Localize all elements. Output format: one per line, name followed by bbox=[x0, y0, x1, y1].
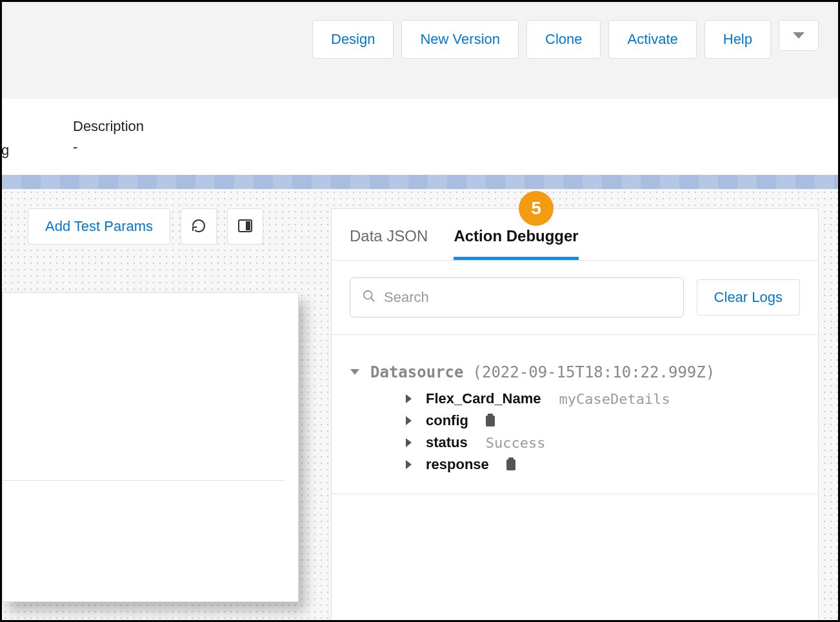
svg-rect-4 bbox=[486, 416, 495, 426]
caret-right-icon bbox=[405, 437, 417, 448]
more-dropdown-button[interactable] bbox=[779, 20, 819, 51]
panel-tabs: Data JSON Action Debugger bbox=[332, 209, 818, 261]
clipped-text-fragment: g bbox=[1, 142, 9, 159]
card-divider bbox=[3, 480, 285, 481]
panel-icon bbox=[238, 219, 252, 234]
debugger-panel: 5 Data JSON Action Debugger Clear Logs bbox=[331, 208, 819, 622]
tree-value: Success bbox=[477, 435, 546, 451]
caret-right-icon bbox=[405, 416, 417, 426]
canvas-left-toolbar: Add Test Params bbox=[28, 208, 318, 245]
callout-badge-5: 5 bbox=[519, 191, 554, 226]
clipboard-icon[interactable] bbox=[477, 414, 497, 428]
panel-search-row: Clear Logs bbox=[332, 261, 818, 335]
tree-key: config bbox=[426, 412, 468, 429]
canvas-card[interactable] bbox=[2, 292, 299, 602]
help-button[interactable]: Help bbox=[705, 20, 771, 59]
activate-button[interactable]: Activate bbox=[608, 20, 696, 59]
log-tree: Datasource (2022-09-15T18:10:22.999Z) Fl… bbox=[332, 335, 818, 494]
tree-row-status[interactable]: status Success bbox=[350, 432, 800, 454]
tree-root-label: Datasource bbox=[370, 363, 464, 381]
refresh-icon bbox=[191, 218, 206, 236]
svg-rect-7 bbox=[508, 457, 514, 461]
separator-band bbox=[2, 175, 838, 189]
tree-key: response bbox=[426, 456, 489, 473]
panel-toggle-button[interactable] bbox=[227, 208, 263, 245]
caret-right-icon bbox=[405, 394, 417, 404]
top-toolbar: Design New Version Clone Activate Help bbox=[2, 2, 838, 99]
design-button[interactable]: Design bbox=[312, 20, 394, 59]
svg-line-3 bbox=[371, 298, 375, 302]
canvas-area: Add Test Params 5 bbox=[2, 189, 838, 622]
svg-rect-1 bbox=[246, 221, 250, 230]
tree-row-flex-card-name[interactable]: Flex_Card_Name myCaseDetails bbox=[350, 388, 800, 410]
tree-row-response[interactable]: response bbox=[350, 454, 800, 476]
tab-action-debugger[interactable]: Action Debugger bbox=[454, 227, 578, 260]
tree-value: myCaseDetails bbox=[550, 391, 670, 407]
tree-key: Flex_Card_Name bbox=[426, 390, 541, 407]
clear-logs-button[interactable]: Clear Logs bbox=[697, 279, 800, 316]
tree-key: status bbox=[426, 434, 468, 451]
tab-data-json[interactable]: Data JSON bbox=[350, 227, 428, 260]
new-version-button[interactable]: New Version bbox=[401, 20, 519, 59]
caret-down-icon bbox=[350, 368, 361, 376]
description-section: Description - bbox=[2, 99, 838, 175]
svg-rect-5 bbox=[488, 414, 493, 417]
description-value: - bbox=[73, 139, 838, 156]
caret-right-icon bbox=[405, 459, 417, 470]
search-box[interactable] bbox=[350, 277, 684, 317]
description-label: Description bbox=[73, 118, 838, 135]
canvas-left-column: Add Test Params bbox=[28, 208, 318, 622]
svg-point-2 bbox=[364, 291, 372, 299]
search-icon bbox=[362, 289, 376, 306]
tree-row-config[interactable]: config bbox=[350, 410, 800, 432]
refresh-button[interactable] bbox=[181, 208, 217, 245]
clone-button[interactable]: Clone bbox=[526, 20, 601, 59]
clipboard-icon[interactable] bbox=[498, 457, 517, 472]
svg-rect-6 bbox=[506, 459, 515, 470]
caret-down-icon bbox=[792, 31, 805, 40]
tree-root-row[interactable]: Datasource (2022-09-15T18:10:22.999Z) bbox=[350, 361, 800, 388]
add-test-params-button[interactable]: Add Test Params bbox=[28, 208, 170, 245]
search-input[interactable] bbox=[384, 289, 672, 306]
tree-root-timestamp: (2022-09-15T18:10:22.999Z) bbox=[473, 363, 715, 381]
